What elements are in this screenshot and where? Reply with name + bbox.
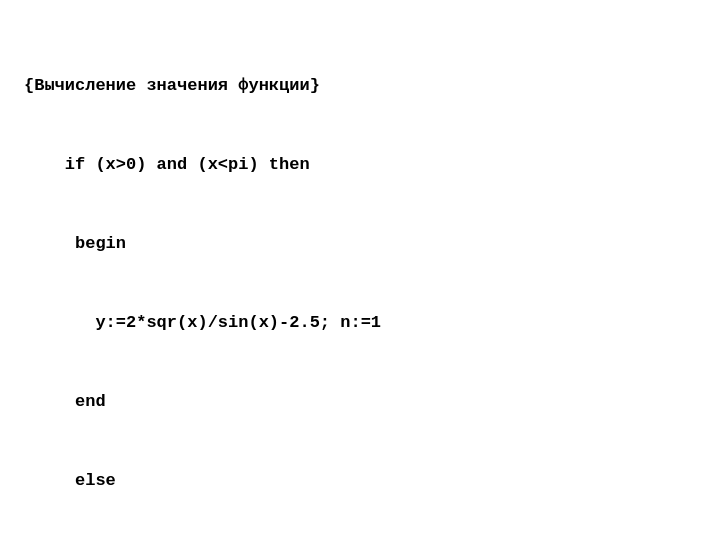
- code-line-6: else: [24, 468, 503, 494]
- code-line-1: {Вычисление значения функции}: [24, 73, 503, 99]
- code-display: {Вычисление значения функции} if (x>0) a…: [24, 20, 503, 540]
- code-line-4: y:=2*sqr(x)/sin(x)-2.5; n:=1: [24, 310, 503, 336]
- code-line-3: begin: [24, 231, 503, 257]
- code-line-5: end: [24, 389, 503, 415]
- code-line-2: if (x>0) and (x<pi) then: [24, 152, 503, 178]
